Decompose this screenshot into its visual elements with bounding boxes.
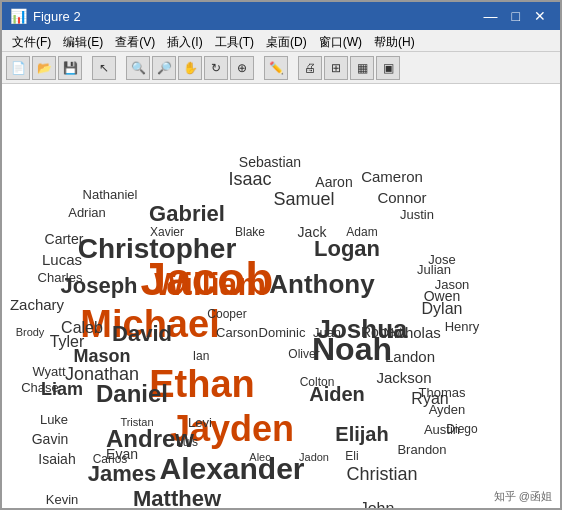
word-kevin: Kevin: [46, 492, 79, 507]
word-alec: Alec: [249, 451, 270, 463]
grid-button[interactable]: ▦: [350, 56, 374, 80]
word-tristan: Tristan: [120, 416, 153, 428]
word-adam: Adam: [346, 225, 377, 239]
open-button[interactable]: 📂: [32, 56, 56, 80]
word-xavier: Xavier: [150, 225, 184, 239]
word-zachary: Zachary: [10, 296, 64, 313]
word-blake: Blake: [235, 225, 265, 239]
word-henry: Henry: [445, 319, 480, 334]
word-jadon: Jadon: [299, 451, 329, 463]
word-nathaniel: Nathaniel: [83, 187, 138, 202]
word-eli: Eli: [345, 449, 358, 463]
word-christian: Christian: [346, 464, 417, 485]
word-david: David: [112, 321, 172, 347]
wordcloud: JacobMichaelEthanJaydenWilliamNoahAlexan…: [2, 84, 560, 508]
word-carlos: Carlos: [93, 452, 128, 466]
word-jack: Jack: [298, 224, 327, 240]
watermark: 知乎 @函姐: [494, 489, 552, 504]
word-julian: Julian: [417, 262, 451, 277]
toolbar: 📄 📂 💾 ↖ 🔍 🔎 ✋ ↻ ⊕ ✏️ 🖨 ⊞ ▦ ▣: [2, 52, 560, 84]
word-landon: Landon: [385, 348, 435, 365]
zoom-in-button[interactable]: 🔍: [126, 56, 150, 80]
rotate-button[interactable]: ↻: [204, 56, 228, 80]
figure-canvas: JacobMichaelEthanJaydenWilliamNoahAlexan…: [2, 84, 560, 508]
word-sebastian: Sebastian: [239, 154, 301, 170]
word-cameron: Cameron: [361, 168, 423, 185]
word-isaac: Isaac: [228, 169, 271, 190]
window-icon: 📊: [10, 8, 27, 24]
word-thomas: Thomas: [419, 385, 466, 400]
word-connor: Connor: [377, 189, 426, 206]
word-anthony: Anthony: [269, 269, 374, 300]
word-samuel: Samuel: [273, 189, 334, 210]
word-carter: Carter: [45, 231, 84, 247]
cursor-button[interactable]: ↖: [92, 56, 116, 80]
titlebar-left: 📊 Figure 2: [10, 8, 81, 24]
layout-button[interactable]: ⊞: [324, 56, 348, 80]
titlebar-controls: — □ ✕: [478, 6, 552, 26]
word-justin: Justin: [400, 207, 434, 222]
menu-item-插入[interactable]: 插入(I): [161, 32, 208, 49]
word-luke: Luke: [40, 412, 68, 427]
close-button[interactable]: ✕: [528, 6, 552, 26]
word-william: William: [154, 266, 266, 303]
word-adrian: Adrian: [68, 205, 106, 220]
minimize-button[interactable]: —: [478, 6, 504, 26]
menu-item-帮助[interactable]: 帮助(H): [368, 32, 421, 49]
word-brandon: Brandon: [397, 442, 446, 457]
word-alexander: Alexander: [159, 452, 304, 486]
word-owen: Owen: [424, 288, 461, 304]
word-matthew: Matthew: [133, 486, 221, 508]
view-button[interactable]: ▣: [376, 56, 400, 80]
pan-button[interactable]: ✋: [178, 56, 202, 80]
word-ian: Ian: [193, 349, 210, 363]
word-gavin: Gavin: [32, 431, 69, 447]
zoom-out-button[interactable]: 🔎: [152, 56, 176, 80]
word-elijah: Elijah: [335, 423, 388, 446]
data-cursor-button[interactable]: ⊕: [230, 56, 254, 80]
menu-item-文件[interactable]: 文件(F): [6, 32, 57, 49]
word-brody: Brody: [16, 326, 45, 338]
word-diego: Diego: [446, 422, 477, 436]
menu-item-桌面[interactable]: 桌面(D): [260, 32, 313, 49]
word-aaron: Aaron: [315, 174, 352, 190]
word-levi: Levi: [188, 415, 212, 430]
word-dominic: Dominic: [259, 325, 306, 340]
word-gabriel: Gabriel: [149, 201, 225, 227]
maximize-button[interactable]: □: [506, 6, 526, 26]
window-title: Figure 2: [33, 9, 81, 24]
word-john: John: [360, 500, 395, 508]
word-wyatt: Wyatt: [32, 364, 65, 379]
word-isaiah: Isaiah: [38, 451, 75, 467]
word-chase: Chase: [21, 380, 59, 395]
print-button[interactable]: 🖨: [298, 56, 322, 80]
new-button[interactable]: 📄: [6, 56, 30, 80]
word-carson: Carson: [216, 325, 258, 340]
word-colton: Colton: [300, 375, 335, 389]
titlebar: 📊 Figure 2 — □ ✕: [2, 2, 560, 30]
word-oliver: Oliver: [288, 347, 319, 361]
menu-item-查看[interactable]: 查看(V): [109, 32, 161, 49]
word-jonathan: Jonathan: [65, 364, 139, 385]
word-jackson: Jackson: [376, 369, 431, 386]
insert-button[interactable]: ✏️: [264, 56, 288, 80]
word-luis: Luis: [176, 435, 198, 449]
main-window: 📊 Figure 2 — □ ✕ 文件(F)编辑(E)查看(V)插入(I)工具(…: [0, 0, 562, 510]
word-cooper: Cooper: [207, 307, 246, 321]
menubar: 文件(F)编辑(E)查看(V)插入(I)工具(T)桌面(D)窗口(W)帮助(H): [2, 30, 560, 52]
save-button[interactable]: 💾: [58, 56, 82, 80]
word-lucas: Lucas: [42, 251, 82, 268]
word-ayden: Ayden: [429, 402, 466, 417]
word-robert: Robert: [361, 324, 403, 340]
menu-item-窗口[interactable]: 窗口(W): [313, 32, 368, 49]
menu-item-编辑[interactable]: 编辑(E): [57, 32, 109, 49]
menu-item-工具[interactable]: 工具(T): [209, 32, 260, 49]
word-charles: Charles: [38, 270, 83, 285]
word-juan: Juan: [313, 325, 341, 340]
word-caleb: Caleb: [61, 319, 103, 337]
